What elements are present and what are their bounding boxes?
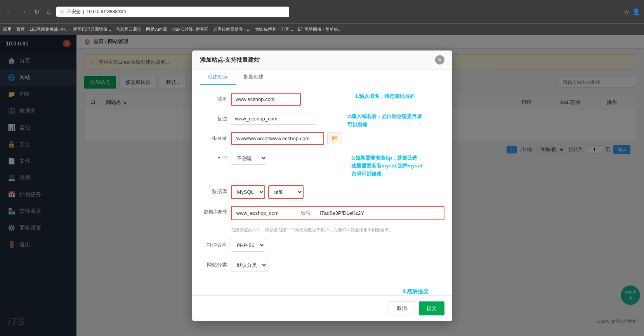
db-engine-select[interactable]: MySQL SQLite bbox=[231, 185, 265, 199]
browser-chrome: ← → ↻ ⌂ ⚠ 不安全 | 10.0.0.91:8888/site ☆ 👤 bbox=[0, 0, 644, 23]
modal-header: 添加站点-支持批量建站 ✕ bbox=[192, 50, 452, 70]
db-account-control: 密码 bbox=[231, 206, 444, 220]
php-control: PHP-56 PHP-70 PHP-71 PHP-72 PHP-73 bbox=[231, 239, 444, 252]
add-site-modal: 添加站点-支持批量建站 ✕ 创建站点 批量创建 域名 1.输入域名，我是随机写的… bbox=[192, 50, 452, 321]
tab-create-site[interactable]: 创建站点 bbox=[200, 70, 236, 85]
home-button[interactable]: ⌂ bbox=[45, 7, 53, 17]
rootdir-control: 📂 bbox=[231, 132, 444, 145]
profile-icon[interactable]: 👤 bbox=[632, 8, 640, 16]
database-row: 数据库 MySQL SQLite utf8 utf8mb4 gbk bbox=[200, 185, 444, 199]
rootdir-input[interactable] bbox=[231, 132, 324, 145]
submit-button[interactable]: 提交 bbox=[419, 301, 444, 315]
bookmark-laonianhai[interactable]: 老男孩教育博客 - ... bbox=[213, 26, 250, 32]
bookmark-baidu[interactable]: 百度 bbox=[16, 26, 25, 32]
domain-label: 域名 bbox=[200, 93, 227, 103]
db-password-label: 密码 bbox=[298, 210, 313, 216]
rootdir-group: 📂 bbox=[231, 132, 444, 145]
db-hint: 创建站点的同时，为站点创建一个对应的数据库帐户，方便不同站点使用不同数据库。 bbox=[231, 227, 444, 233]
remark-control bbox=[231, 113, 336, 125]
php-row: PHP版本 PHP-56 PHP-70 PHP-71 PHP-72 PHP-73 bbox=[200, 239, 444, 252]
bookmark-apps[interactable]: 应用 bbox=[3, 26, 12, 32]
db-account-row: 数据库账号 密码 bbox=[200, 206, 444, 220]
annotation-4: 4.然后提交 bbox=[403, 288, 429, 295]
php-select[interactable]: PHP-56 PHP-70 PHP-71 PHP-72 PHP-73 bbox=[231, 239, 265, 252]
rootdir-row: 根目录 📂 bbox=[200, 132, 444, 145]
insecure-icon: ⚠ bbox=[60, 9, 64, 14]
annotation-4-area: 4.然后提交 bbox=[192, 286, 452, 295]
db-account-group: 密码 bbox=[231, 206, 444, 220]
bookmark-ma[interactable]: 马老师云课堂 bbox=[116, 26, 141, 32]
url-text: 10.0.0.91:8888/site bbox=[87, 9, 126, 14]
category-row: 网站分类 默认分类 bbox=[200, 259, 444, 272]
db-account-input[interactable] bbox=[233, 207, 295, 219]
modal-footer: 取消 提交 bbox=[192, 295, 452, 321]
bookmark-alibaba[interactable]: 阿里巴巴开源镜像... bbox=[73, 26, 111, 32]
category-control: 默认分类 bbox=[231, 259, 444, 272]
remark-label: 备注 bbox=[200, 113, 227, 122]
forward-button[interactable]: → bbox=[18, 7, 29, 17]
remark-input[interactable] bbox=[231, 113, 316, 125]
tab-batch-create[interactable]: 批量创建 bbox=[236, 70, 271, 85]
ftp-label: FTP bbox=[200, 152, 227, 160]
reload-button[interactable]: ↻ bbox=[32, 7, 42, 17]
back-button[interactable]: ← bbox=[4, 7, 15, 17]
star-icon[interactable]: ☆ bbox=[624, 8, 629, 16]
ftp-control: 不创建 创建FTP bbox=[231, 152, 336, 165]
modal-title: 添加站点-支持批量建站 bbox=[200, 56, 260, 64]
domain-input[interactable] bbox=[231, 93, 301, 106]
db-password-input[interactable] bbox=[316, 207, 375, 219]
modal-tabs: 创建站点 批量创建 bbox=[192, 70, 452, 85]
modal-body: 域名 1.输入域名，我是随机写的 备注 2.填入域名后，会自动创建更目录可以忽略 bbox=[192, 85, 452, 286]
bookmarks-bar: 应用 百度 163网易免费邮--中... 阿里巴巴开源镜像... 马老师云课堂 … bbox=[0, 23, 644, 35]
address-bar[interactable]: ⚠ 不安全 | 10.0.0.91:8888/site bbox=[56, 7, 289, 17]
ftp-row: FTP 不创建 创建FTP 3.如果需要安装ftp，就自己选这里需要安装mysq… bbox=[200, 152, 444, 178]
annotation-1: 1.输入域名，我是随机写的 bbox=[355, 93, 415, 100]
annotation-3: 3.如果需要安装ftp，就自己选这里需要安装mysql,选择mysql密码可以修… bbox=[351, 154, 422, 178]
insecure-label: 不安全 bbox=[67, 9, 81, 15]
rootdir-label: 根目录 bbox=[200, 132, 227, 142]
category-select[interactable]: 默认分类 bbox=[231, 259, 267, 272]
ftp-select[interactable]: 不创建 创建FTP bbox=[231, 152, 267, 165]
bookmark-daka[interactable]: 大咖猫博客 - IT-互... bbox=[255, 26, 293, 32]
remark-row: 备注 2.填入域名后，会自动创建更目录可以忽略 bbox=[200, 113, 444, 129]
bookmark-linux[interactable]: linux云计算- 博客园 bbox=[172, 26, 208, 32]
domain-row: 域名 1.输入域名，我是随机写的 bbox=[200, 93, 444, 106]
database-group: MySQL SQLite utf8 utf8mb4 gbk bbox=[231, 185, 444, 199]
separator: | bbox=[83, 9, 84, 14]
cancel-button[interactable]: 取消 bbox=[389, 301, 415, 315]
domain-control bbox=[231, 93, 336, 106]
database-control: MySQL SQLite utf8 utf8mb4 gbk bbox=[231, 185, 444, 199]
bookmark-yum[interactable]: 网易yum源 bbox=[146, 26, 167, 32]
bookmark-163[interactable]: 163网易免费邮--中... bbox=[30, 26, 69, 32]
db-account-label: 数据库账号 bbox=[200, 206, 227, 215]
modal-close-button[interactable]: ✕ bbox=[435, 55, 444, 64]
bookmark-bt[interactable]: BT 宝塔面板 - 简单好... bbox=[298, 26, 342, 32]
category-label: 网站分类 bbox=[200, 259, 227, 268]
db-charset-select[interactable]: utf8 utf8mb4 gbk bbox=[268, 185, 304, 199]
php-label: PHP版本 bbox=[200, 239, 227, 249]
folder-picker-button[interactable]: 📂 bbox=[327, 132, 342, 144]
annotation-2: 2.填入域名后，会自动创建更目录可以忽略 bbox=[347, 113, 422, 129]
modal-overlay: 添加站点-支持批量建站 ✕ 创建站点 批量创建 域名 1.输入域名，我是随机写的… bbox=[0, 35, 644, 336]
database-label: 数据库 bbox=[200, 185, 227, 195]
